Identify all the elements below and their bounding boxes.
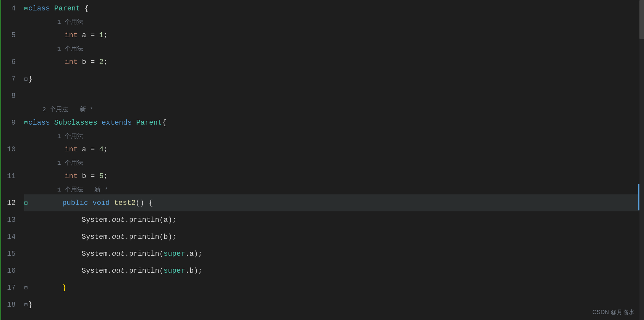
- token-kw-void: void: [92, 199, 110, 207]
- token-class-name: Subclasses: [54, 119, 97, 127]
- line-number: 10: [1, 141, 16, 158]
- hint-line: 1 个用法: [24, 17, 644, 27]
- line-number: 4: [1, 0, 16, 17]
- token-kw-public: public: [62, 199, 88, 207]
- line-number: 7: [1, 70, 16, 87]
- token-number: 2: [99, 58, 104, 66]
- line-number: 9: [1, 114, 16, 131]
- scrollbar[interactable]: [639, 0, 644, 320]
- scrollbar-thumb[interactable]: [639, 0, 644, 39]
- code-line: System.out.println(super.b);: [24, 262, 644, 279]
- line-number-empty: [1, 17, 16, 27]
- line-number: 6: [1, 53, 16, 70]
- line-number-empty: [1, 131, 16, 141]
- token-plain: [110, 199, 114, 207]
- token-plain: .a);: [185, 250, 202, 258]
- token-plain: {: [162, 119, 166, 127]
- token-plain: System.: [82, 216, 112, 224]
- token-plain: a =: [78, 145, 99, 154]
- code-line: ⊟}: [24, 70, 644, 87]
- token-italic-out: out: [112, 250, 125, 258]
- line-number: 8: [1, 87, 16, 104]
- code-line: System.out.println(super.a);: [24, 245, 644, 262]
- token-plain: }: [28, 75, 33, 83]
- token-plain: {: [80, 5, 89, 13]
- hint-line: 1 个用法 新 *: [24, 185, 644, 194]
- fold-icon[interactable]: ⊟: [24, 75, 28, 83]
- code-line: int a = 1;: [24, 27, 644, 44]
- line-number: 14: [1, 228, 16, 245]
- code-line: System.out.println(a);: [24, 211, 644, 228]
- line-number: 15: [1, 245, 16, 262]
- watermark: CSDN @月临水: [592, 308, 634, 316]
- token-plain: System.: [82, 250, 112, 258]
- code-line: int b = 2;: [24, 53, 644, 70]
- token-plain: b =: [78, 58, 99, 66]
- hint-line: 1 个用法: [24, 44, 644, 53]
- token-plain: ;: [104, 58, 108, 66]
- code-line: ⊟public void test2() {: [24, 194, 644, 211]
- line-number: 12: [1, 194, 16, 211]
- token-kw-extends: extends: [102, 119, 132, 127]
- token-italic-out: out: [112, 233, 125, 241]
- hint-line: 1 个用法: [24, 131, 644, 141]
- fold-icon[interactable]: ⊟: [24, 284, 28, 291]
- line-number-empty: [1, 104, 16, 114]
- token-plain: System.: [82, 267, 112, 275]
- code-line: ⊟}: [24, 296, 644, 313]
- hint-line: 1 个用法: [24, 158, 644, 168]
- token-number: 1: [99, 31, 104, 39]
- token-plain: .b);: [185, 267, 202, 275]
- token-plain: ;: [104, 145, 108, 154]
- token-class-name: Parent: [54, 5, 80, 13]
- line-number: 17: [1, 279, 16, 296]
- token-plain: }: [28, 301, 33, 309]
- code-line: [24, 87, 644, 104]
- token-plain: [97, 119, 102, 127]
- token-plain: .println(b);: [125, 233, 176, 241]
- token-kw-int: int: [65, 31, 78, 39]
- line-number: 18: [1, 296, 16, 313]
- code-area[interactable]: ⊟class Parent { 1 个用法int a = 1; 1 个用法int…: [21, 0, 644, 320]
- code-line: int b = 5;: [24, 168, 644, 185]
- hint-line: 2 个用法 新 *: [24, 104, 644, 114]
- line-number-empty: [1, 185, 16, 194]
- token-plain: [88, 199, 92, 207]
- token-plain: b =: [78, 172, 99, 180]
- code-line: int a = 4;: [24, 141, 644, 158]
- token-plain: () {: [136, 199, 153, 207]
- code-line: ⊟class Subclasses extends Parent{: [24, 114, 644, 131]
- token-plain: .println(: [125, 250, 164, 258]
- token-method-name: test2: [114, 199, 136, 207]
- token-plain: a =: [78, 31, 99, 39]
- token-kw-int: int: [65, 145, 78, 154]
- line-number: 16: [1, 262, 16, 279]
- token-kw-class: class: [28, 119, 54, 127]
- code-line: ⊟class Parent {: [24, 0, 644, 17]
- fold-icon[interactable]: ⊟: [24, 199, 28, 206]
- line-indicator: [638, 184, 639, 210]
- line-numbers: 456789101112131415161718: [1, 0, 21, 320]
- token-italic-out: out: [112, 267, 125, 275]
- token-italic-out: out: [112, 216, 125, 224]
- token-plain: ;: [104, 31, 108, 39]
- token-plain: System.: [82, 233, 112, 241]
- token-plain: .println(: [125, 267, 164, 275]
- line-number: 5: [1, 27, 16, 44]
- line-number-empty: [1, 158, 16, 168]
- token-number: 5: [99, 172, 104, 180]
- editor-container: 456789101112131415161718 ⊟class Parent {…: [0, 0, 644, 320]
- fold-icon[interactable]: ⊟: [24, 301, 28, 308]
- fold-icon[interactable]: ⊟: [24, 5, 28, 12]
- token-kw-super: super: [164, 267, 185, 275]
- token-plain: [132, 119, 136, 127]
- token-kw-class: class: [28, 5, 54, 13]
- token-plain: .println(a);: [125, 216, 176, 224]
- code-line: ⊟}: [24, 279, 644, 296]
- fold-icon[interactable]: ⊟: [24, 119, 28, 126]
- token-plain: ;: [104, 172, 108, 180]
- line-number-empty: [1, 44, 16, 53]
- token-kw-super: super: [164, 250, 185, 258]
- token-kw-int: int: [65, 58, 78, 66]
- token-bracket: }: [62, 284, 67, 292]
